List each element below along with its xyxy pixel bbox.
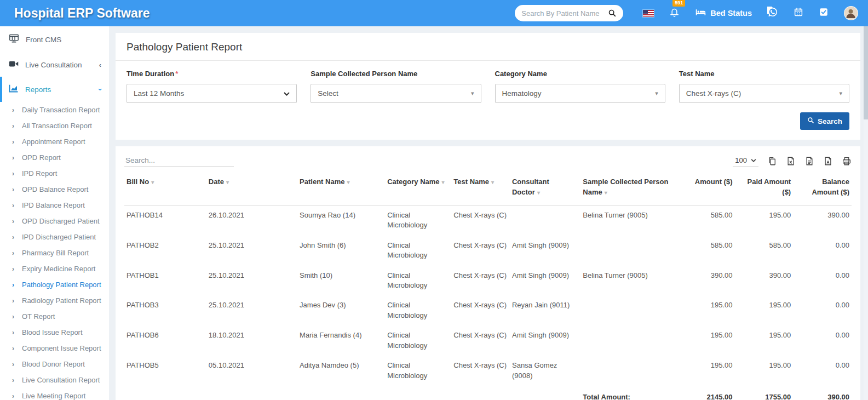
sidebar-item-radiology-patient-report[interactable]: ›Radiology Patient Report: [0, 293, 109, 308]
print-icon[interactable]: [842, 156, 852, 166]
copy-export-icon[interactable]: [767, 156, 777, 166]
sidebar-item-label: Radiology Patient Report: [22, 296, 101, 305]
cell-date: 25.10.2021: [206, 236, 297, 266]
sample-person-label: Sample Collected Person Name: [311, 70, 481, 78]
sidebar-item-ipd-report[interactable]: ›IPD Report: [0, 165, 109, 181]
sidebar-item-live-consultation[interactable]: Live Consultation ‹: [0, 53, 109, 77]
table-row: PATHOB325.10.2021James Dev (3)Clinical M…: [124, 295, 852, 325]
column-header-label: Date: [209, 178, 224, 186]
column-header-bill-no[interactable]: Bill No▾: [124, 174, 206, 205]
cell-bill-no: PATHOB1: [124, 266, 206, 296]
sidebar-item-live-consultation-report[interactable]: ›Live Consultation Report: [0, 372, 109, 388]
chevron-right-icon: ›: [12, 392, 14, 400]
column-header-amount[interactable]: Amount ($): [681, 174, 735, 205]
table-search-input[interactable]: [124, 154, 234, 167]
cell-paid-amount: 195.00: [734, 325, 793, 356]
sidebar-item-ipd-balance-report[interactable]: ›IPD Balance Report: [0, 197, 109, 213]
cell-consultant-doctor: Amit Singh (9009): [510, 325, 580, 356]
sidebar-item-label: Blood Issue Report: [22, 328, 83, 336]
cell-patient-name: John Smith (6): [297, 236, 385, 266]
cell-bill-no: PATHOB3: [124, 295, 206, 325]
page-title: Pathology Patient Report: [116, 33, 860, 61]
table-row: PATHOB505.10.2021Aditya Namdeo (5)Clinic…: [124, 356, 852, 386]
column-header-patient-name[interactable]: Patient Name▾: [297, 174, 385, 205]
sidebar-item-label: Pharmacy Bill Report: [22, 249, 89, 257]
sidebar-item-opd-discharged-patient[interactable]: ›OPD Discharged Patient: [0, 213, 109, 229]
time-duration-select[interactable]: Last 12 Months: [127, 84, 297, 103]
page-size-value: 100: [735, 156, 747, 164]
cell-test-name: Chest X-rays (C): [451, 356, 510, 386]
patient-search[interactable]: [515, 5, 623, 21]
chevron-right-icon: ›: [12, 329, 14, 336]
cell-consultant-doctor: Sansa Gomez (9008): [510, 356, 580, 386]
total-row: Total Amount:2145.001755.00390.00: [124, 386, 852, 400]
column-header-sample-collected-person-name[interactable]: Sample Collected Person Name▾: [580, 174, 681, 205]
sidebar-item-opd-balance-report[interactable]: ›OPD Balance Report: [0, 181, 109, 197]
whatsapp-button[interactable]: [767, 7, 778, 20]
column-header-label: Patient Name: [300, 178, 344, 186]
chevron-right-icon: ›: [12, 138, 14, 146]
sort-arrow-icon: ▾: [226, 179, 229, 185]
cell-bill-no: PATHOB14: [124, 205, 206, 235]
patient-search-input[interactable]: [521, 9, 608, 18]
column-header-label: Amount ($): [695, 178, 733, 186]
test-name-select[interactable]: Chest X-rays (C) ▾: [679, 84, 849, 103]
required-asterisk: *: [175, 70, 178, 78]
calendar-icon: [794, 7, 803, 19]
chevron-right-icon: ›: [12, 186, 14, 193]
sidebar-item-ot-report[interactable]: ›OT Report: [0, 308, 109, 324]
sidebar-item-all-transaction-report[interactable]: ›All Transaction Report: [0, 118, 109, 134]
page-size-select[interactable]: 100: [733, 155, 758, 167]
pdf-export-icon[interactable]: [823, 156, 833, 166]
column-header-category-name[interactable]: Category Name▾: [385, 174, 451, 205]
cell-sample-collected-person-name: [580, 236, 681, 266]
total-amount: 2145.00: [681, 386, 735, 400]
sample-person-select[interactable]: Select ▾: [311, 84, 481, 103]
sidebar-item-opd-report[interactable]: ›OPD Report: [0, 150, 109, 165]
sidebar-item-pathology-patient-report[interactable]: ›Pathology Patient Report: [0, 277, 109, 293]
bed-status-button[interactable]: Bed Status: [695, 7, 752, 20]
page-scrollbar[interactable]: [864, 26, 868, 400]
excel-export-icon[interactable]: [786, 156, 796, 166]
sidebar-item-front-cms[interactable]: Front CMS: [0, 26, 109, 53]
sidebar-item-live-meeting-report[interactable]: ›Live Meeting Report: [0, 388, 109, 400]
scrollbar-thumb[interactable]: [864, 26, 868, 119]
chevron-right-icon: ›: [12, 154, 14, 162]
column-header-date[interactable]: Date▾: [206, 174, 297, 205]
sidebar-item-appointment-report[interactable]: ›Appointment Report: [0, 134, 109, 150]
language-flag-icon[interactable]: [643, 10, 654, 17]
avatar: [844, 6, 858, 20]
sidebar-item-pharmacy-bill-report[interactable]: ›Pharmacy Bill Report: [0, 245, 109, 261]
column-header-balance-amount[interactable]: Balance Amount ($): [793, 174, 852, 205]
cell-date: 25.10.2021: [206, 295, 297, 325]
calendar-button[interactable]: [794, 7, 803, 19]
column-header-test-name[interactable]: Test Name▾: [451, 174, 510, 205]
category-select[interactable]: Hematology ▾: [495, 84, 665, 103]
tasks-button[interactable]: [819, 7, 829, 19]
sort-arrow-icon: ▾: [347, 179, 349, 185]
table-body: PATHOB1426.10.2021Soumya Rao (14)Clinica…: [124, 205, 852, 386]
profile-button[interactable]: [844, 6, 858, 20]
cell-date: 26.10.2021: [206, 205, 297, 235]
sidebar-item-label: Expiry Medicine Report: [22, 265, 95, 273]
sidebar-item-ipd-discharged-patient[interactable]: ›IPD Discharged Patient: [0, 229, 109, 245]
sidebar-item-reports[interactable]: Reports ›: [0, 77, 109, 102]
search-button[interactable]: Search: [800, 112, 849, 130]
sidebar-item-label: Blood Donor Report: [22, 360, 85, 368]
sidebar-item-blood-donor-report[interactable]: ›Blood Donor Report: [0, 356, 109, 372]
sidebar-item-daily-transaction-report[interactable]: ›Daily Transaction Report: [0, 102, 109, 118]
sidebar-item-blood-issue-report[interactable]: ›Blood Issue Report: [0, 324, 109, 340]
column-header-consultant-doctor[interactable]: Consultant Doctor▾: [510, 174, 580, 205]
cell-patient-name: James Dev (3): [297, 295, 385, 325]
csv-export-icon[interactable]: [804, 156, 814, 166]
sidebar-item-expiry-medicine-report[interactable]: ›Expiry Medicine Report: [0, 261, 109, 277]
cell-amount: 195.00: [681, 325, 735, 356]
cell-paid-amount: 195.00: [734, 356, 793, 386]
cell-test-name: Chest X-rays (C): [451, 325, 510, 356]
sidebar-item-component-issue-report[interactable]: ›Component Issue Report: [0, 340, 109, 356]
notifications-button[interactable]: 591: [669, 7, 680, 20]
column-header-paid-amount[interactable]: Paid Amount ($): [734, 174, 793, 205]
bed-icon: [695, 7, 706, 20]
search-icon[interactable]: [608, 9, 617, 18]
table-card: 100: [116, 146, 860, 400]
